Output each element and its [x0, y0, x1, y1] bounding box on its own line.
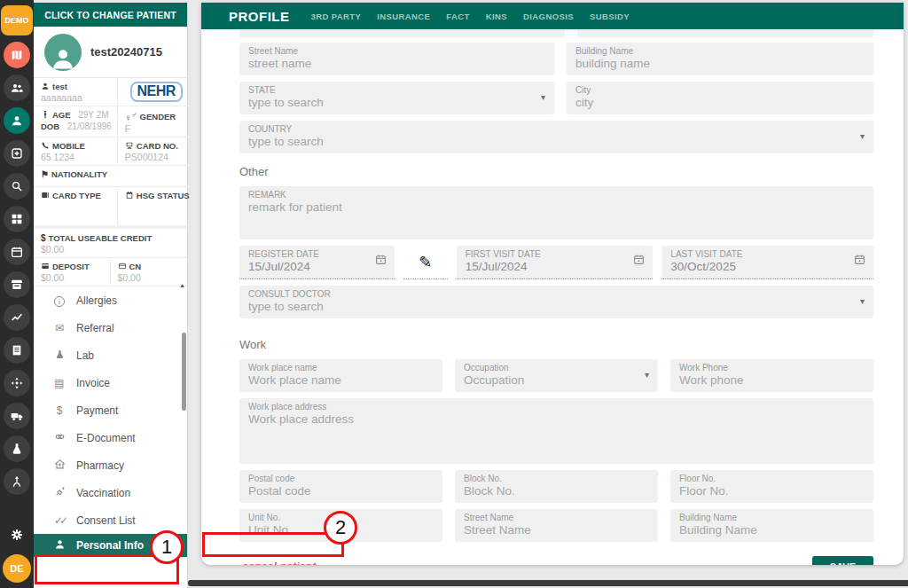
first-visit-date-field[interactable]: FIRST VISIT DATE: [457, 246, 654, 279]
pencil-icon: ✎: [419, 253, 432, 272]
patient-profile-icon[interactable]: [4, 107, 30, 134]
tab-fact[interactable]: FACT: [446, 12, 469, 21]
save-button[interactable]: SAVE: [812, 556, 873, 565]
register-date-field[interactable]: REGISTER DATE: [239, 246, 395, 279]
medical-plus-icon[interactable]: [4, 140, 30, 167]
city-input[interactable]: [575, 96, 865, 109]
floor-no-field[interactable]: Floor No.: [670, 470, 873, 503]
referral-merge-icon[interactable]: [4, 468, 30, 495]
remark-textarea[interactable]: [248, 200, 865, 234]
work-address-field[interactable]: Work place address: [239, 398, 873, 464]
settings-gear-icon[interactable]: [4, 521, 30, 548]
nehr-cell[interactable]: NEHR: [118, 78, 195, 106]
register-date-input[interactable]: [248, 260, 386, 273]
sidebar-item-referral[interactable]: ✉ Referral: [34, 314, 187, 341]
consult-doctor-input[interactable]: [248, 300, 865, 313]
tab-subsidy[interactable]: SUBSIDY: [590, 12, 630, 21]
occupation-field[interactable]: Occupation ▾: [455, 359, 658, 392]
receipt-icon[interactable]: [4, 337, 30, 364]
building-name-input[interactable]: [575, 57, 865, 70]
sidebar-item-invoice[interactable]: ▤ Invoice: [34, 369, 187, 396]
menu-scrollbar[interactable]: [182, 333, 186, 411]
sidebar-item-edocument[interactable]: E-Document: [34, 424, 187, 451]
patient-menu: ▲ i Allergies ✉ Referral Lab ▤ Invoice $…: [34, 286, 187, 557]
patients-people-icon[interactable]: [4, 74, 30, 101]
floor-no-input[interactable]: [679, 484, 865, 498]
chevron-down-icon[interactable]: ▾: [860, 131, 865, 141]
total-credit-cell: $TOTAL USEABLE CREDIT $0.00: [34, 226, 187, 258]
last-visit-date-field[interactable]: LAST VISIT DATE: [661, 246, 873, 279]
calendar-icon[interactable]: [633, 253, 645, 269]
sidebar-item-payment[interactable]: $ Payment: [34, 396, 187, 424]
chevron-down-icon[interactable]: ▾: [860, 296, 865, 306]
work-place-name-input[interactable]: [248, 373, 434, 387]
street-name-2-field[interactable]: Street Name: [455, 509, 658, 542]
work-phone-input[interactable]: [679, 373, 865, 387]
card-type-icon: [41, 191, 50, 200]
building-name-2-input[interactable]: [679, 523, 865, 537]
sidebar-item-allergies[interactable]: i Allergies: [34, 286, 187, 314]
country-field[interactable]: COUNTRY ▾: [239, 121, 873, 153]
block-no-input[interactable]: [464, 484, 649, 498]
sidebar-item-vaccination[interactable]: Vaccination: [34, 479, 187, 506]
first-visit-date-input[interactable]: [466, 260, 645, 273]
tab-profile[interactable]: PROFILE: [229, 9, 290, 24]
block-no-field[interactable]: Block No.: [455, 470, 658, 503]
tab-kins[interactable]: KINS: [486, 12, 507, 21]
postal-code-field[interactable]: Postal code: [239, 470, 442, 503]
deposit-card-icon: [41, 262, 50, 271]
street-name-field[interactable]: Street Name: [239, 43, 554, 75]
delivery-truck-icon[interactable]: [4, 403, 30, 429]
sidebar-item-pharmacy[interactable]: Pharmacy: [34, 451, 187, 479]
card-terminal-icon: [125, 141, 134, 151]
edit-register-date-button[interactable]: ✎: [403, 246, 448, 279]
search-icon[interactable]: [4, 173, 30, 200]
card-type-cell: CARD TYPE: [34, 187, 118, 226]
nehr-logo: NEHR: [130, 82, 183, 102]
work-address-textarea[interactable]: [248, 412, 865, 459]
gender-cell: ♀♂GENDER F: [118, 106, 195, 137]
calendar-icon[interactable]: [4, 239, 30, 265]
chevron-down-icon[interactable]: ▾: [645, 370, 649, 380]
last-visit-date-input[interactable]: [670, 260, 865, 273]
age-dob-cell: AGE 29Y 2M DOB 21/08/1996: [34, 106, 118, 137]
double-check-icon: ✓✓: [53, 514, 66, 527]
country-input[interactable]: [248, 135, 865, 148]
state-field[interactable]: STATE ▾: [239, 82, 554, 114]
street-name-2-input[interactable]: [464, 523, 649, 537]
city-field[interactable]: City: [567, 82, 873, 114]
clinic-app: DEMO: [0, 0, 908, 588]
scroll-up-arrow[interactable]: ▲: [179, 282, 185, 288]
cancel-patient-link[interactable]: cancel patient: [242, 561, 316, 565]
demo-badge[interactable]: DEMO: [1, 5, 33, 35]
street-name-input[interactable]: [248, 57, 545, 70]
chevron-down-icon[interactable]: ▾: [541, 92, 545, 102]
tab-diagnosis[interactable]: DIAGNOSIS: [523, 12, 574, 21]
cn-card-icon: [118, 262, 127, 271]
chart-line-icon[interactable]: [4, 304, 30, 331]
tab-insurance[interactable]: INSURANCE: [377, 12, 430, 21]
consult-doctor-field[interactable]: CONSULT DOCTOR ▾: [239, 286, 873, 318]
change-patient-button[interactable]: CLICK TO CHANGE PATIENT: [34, 3, 187, 27]
patient-summary[interactable]: test20240715: [34, 27, 187, 78]
building-name-2-field[interactable]: Building Name: [670, 509, 873, 542]
state-input[interactable]: [248, 96, 545, 109]
clipped-row: [239, 29, 873, 37]
store-icon[interactable]: [4, 271, 30, 298]
annotation-box-cancel-patient: [202, 532, 344, 557]
work-place-name-field[interactable]: Work place name: [239, 359, 442, 392]
move-arrows-icon[interactable]: [4, 370, 30, 396]
lab-flask-icon[interactable]: [4, 435, 30, 462]
building-name-field[interactable]: Building Name: [567, 43, 873, 75]
user-initials-badge[interactable]: DE: [3, 554, 31, 583]
remark-field[interactable]: REMARK: [239, 186, 873, 239]
work-phone-field[interactable]: Work Phone: [670, 359, 873, 392]
map-icon[interactable]: [4, 42, 30, 68]
tab-3rd-party[interactable]: 3RD PARTY: [311, 12, 362, 21]
occupation-input[interactable]: [464, 373, 649, 387]
dashboard-grid-icon[interactable]: [4, 206, 30, 232]
postal-code-input[interactable]: [248, 484, 434, 498]
sidebar-item-lab[interactable]: Lab: [34, 341, 187, 369]
calendar-icon[interactable]: [854, 253, 865, 269]
calendar-icon[interactable]: [375, 253, 387, 269]
